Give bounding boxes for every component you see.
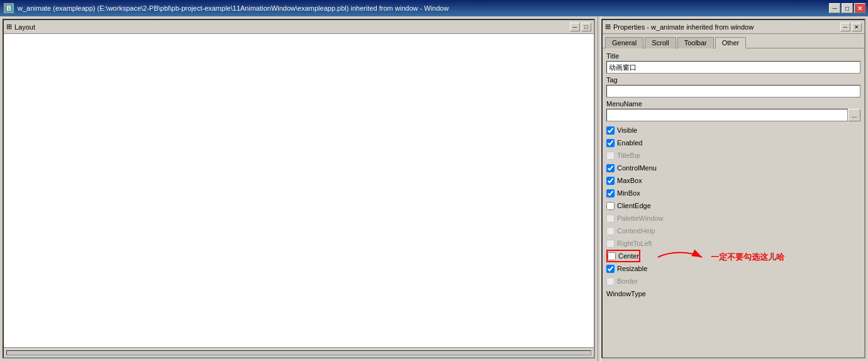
checkbox-label-visible: Visible bbox=[617, 126, 637, 134]
properties-icon: ⊞ bbox=[605, 23, 611, 31]
properties-panel: ⊞ Properties - w_animate inherited from … bbox=[601, 19, 865, 358]
menuname-input-row: ... bbox=[606, 109, 860, 121]
tag-label: Tag bbox=[606, 76, 860, 84]
menuname-browse-button[interactable]: ... bbox=[848, 109, 860, 121]
title-bar-left: B w_animate (exampleapp) (E:\workspace\2… bbox=[4, 3, 448, 13]
checkbox-row-visible: Visible bbox=[606, 124, 860, 136]
app-icon: B bbox=[4, 3, 14, 13]
checkbox-label-center: Center bbox=[618, 252, 639, 260]
checkbox-label-resizable: Resizable bbox=[617, 265, 647, 272]
title-input[interactable] bbox=[606, 61, 860, 74]
checkbox-contexthelp[interactable] bbox=[606, 227, 615, 235]
checkbox-center[interactable] bbox=[608, 252, 616, 260]
checkbox-resizable[interactable] bbox=[606, 265, 615, 273]
checkbox-maxbox[interactable] bbox=[606, 177, 615, 185]
checkbox-righttoleft[interactable] bbox=[606, 240, 615, 248]
windowtype-label: WindowType bbox=[606, 290, 860, 297]
layout-panel: ⊞ Layout ─ □ bbox=[3, 19, 595, 358]
checkbox-row-controlmenu: ControlMenu bbox=[606, 162, 860, 174]
main-window: B w_animate (exampleapp) (E:\workspace\2… bbox=[0, 0, 868, 361]
tab-toolbar[interactable]: Toolbar bbox=[677, 37, 714, 48]
tab-general[interactable]: General bbox=[605, 37, 643, 48]
tab-scroll[interactable]: Scroll bbox=[645, 37, 676, 48]
checkbox-row-maxbox: MaxBox bbox=[606, 174, 860, 187]
checkbox-row-minbox: MinBox bbox=[606, 187, 860, 199]
checkbox-palettewindow[interactable] bbox=[606, 214, 615, 223]
properties-minimize-button[interactable]: ─ bbox=[840, 23, 850, 31]
checkbox-label-maxbox: MaxBox bbox=[617, 177, 642, 184]
checkbox-row-center: Center一定不要勾选这儿哈 bbox=[606, 250, 640, 262]
minimize-button[interactable]: ─ bbox=[829, 3, 840, 13]
checkbox-label-palettewindow: PaletteWindow bbox=[617, 214, 663, 222]
checkbox-row-border: Border bbox=[606, 275, 860, 287]
title-bar: B w_animate (exampleapp) (E:\workspace\2… bbox=[0, 0, 868, 16]
annotation-text: 一定不要勾选这儿哈 bbox=[711, 252, 784, 263]
layout-icon: ⊞ bbox=[6, 23, 12, 31]
checkbox-controlmenu[interactable] bbox=[606, 164, 615, 172]
checkbox-row-clientedge: ClientEdge bbox=[606, 199, 860, 212]
menuname-input[interactable] bbox=[606, 109, 848, 121]
checkbox-row-titlebar: TitleBar bbox=[606, 149, 860, 162]
checkbox-visible[interactable] bbox=[606, 126, 615, 135]
title-bar-text: w_animate (exampleapp) (E:\workspace\2-P… bbox=[18, 4, 448, 12]
checkbox-enabled[interactable] bbox=[606, 139, 615, 147]
layout-maximize-button[interactable]: □ bbox=[581, 23, 591, 31]
horizontal-scrollbar[interactable] bbox=[6, 350, 591, 355]
title-property-group: Title bbox=[606, 52, 860, 74]
title-bar-controls: ─ □ ✕ bbox=[829, 3, 865, 13]
checkbox-label-contexthelp: ContextHelp bbox=[617, 227, 655, 235]
tab-other[interactable]: Other bbox=[715, 37, 747, 48]
checkbox-row-palettewindow: PaletteWindow bbox=[606, 212, 860, 225]
properties-content: Title Tag MenuName ... bbox=[603, 48, 864, 357]
checkboxes-container: VisibleEnabledTitleBarControlMenuMaxBoxM… bbox=[606, 124, 860, 287]
checkbox-label-controlmenu: ControlMenu bbox=[617, 164, 657, 172]
checkbox-label-border: Border bbox=[617, 277, 638, 285]
checkbox-row-contexthelp: ContextHelp bbox=[606, 225, 860, 237]
checkbox-label-righttoleft: RightToLeft bbox=[617, 240, 652, 247]
close-button[interactable]: ✕ bbox=[854, 3, 865, 13]
properties-close-button[interactable]: ✕ bbox=[852, 23, 862, 31]
content-area: ⊞ Layout ─ □ ⊞ Properties - bbox=[0, 16, 868, 361]
menuname-label: MenuName bbox=[606, 100, 860, 108]
layout-panel-controls: ─ □ bbox=[570, 23, 591, 31]
checkbox-minbox[interactable] bbox=[606, 189, 615, 197]
checkbox-label-clientedge: ClientEdge bbox=[617, 202, 651, 209]
maximize-button[interactable]: □ bbox=[842, 3, 853, 13]
properties-panel-titlebar: ⊞ Properties - w_animate inherited from … bbox=[603, 20, 864, 34]
checkbox-label-enabled: Enabled bbox=[617, 139, 642, 147]
properties-panel-controls: ─ ✕ bbox=[840, 23, 862, 31]
layout-minimize-button[interactable]: ─ bbox=[570, 23, 580, 31]
tabs-row: General Scroll Toolbar Other bbox=[603, 34, 864, 48]
title-label: Title bbox=[606, 52, 860, 60]
checkbox-border[interactable] bbox=[606, 277, 615, 286]
layout-title: Layout bbox=[14, 23, 35, 31]
layout-panel-titlebar: ⊞ Layout ─ □ bbox=[4, 20, 594, 34]
tag-input[interactable] bbox=[606, 85, 860, 97]
menuname-property-group: MenuName ... bbox=[606, 100, 860, 121]
checkbox-label-titlebar: TitleBar bbox=[617, 152, 641, 159]
annotation-wrapper: 一定不要勾选这儿哈 bbox=[658, 248, 784, 267]
layout-scrollbar-bottom bbox=[4, 347, 594, 357]
checkbox-clientedge[interactable] bbox=[606, 202, 615, 210]
checkbox-titlebar[interactable] bbox=[606, 152, 615, 160]
layout-content bbox=[4, 34, 594, 347]
checkbox-label-minbox: MinBox bbox=[617, 189, 640, 197]
tag-property-group: Tag bbox=[606, 76, 860, 97]
checkbox-row-enabled: Enabled bbox=[606, 136, 860, 149]
properties-title: Properties - w_animate inherited from wi… bbox=[613, 23, 754, 31]
